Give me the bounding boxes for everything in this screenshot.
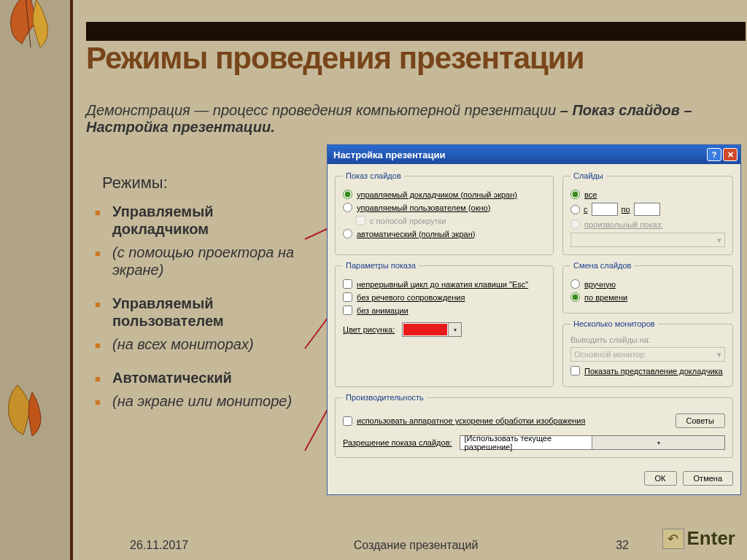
show-options-group: Параметры показа непрерывный цикл до наж… [335, 261, 554, 387]
leaf-decoration-bottom [3, 378, 54, 443]
back-arrow-icon[interactable]: ↶ [662, 529, 684, 549]
to-spinner[interactable] [634, 203, 660, 216]
custom-show-combo: ▾ [570, 233, 725, 247]
check-no-narration[interactable] [343, 292, 352, 302]
monitor-output-label: Выводить слайды на: [570, 335, 725, 344]
slide-subtitle: Демонстрация — процесс проведения компью… [86, 102, 738, 136]
check-loop-esc[interactable] [343, 279, 352, 289]
setup-show-dialog: Настройка презентации ? ✕ Показ слайдов … [327, 144, 741, 495]
monitor-combo: Основной монитор▾ [570, 347, 725, 362]
slide-number: 32 [616, 539, 629, 552]
check-hw-accel[interactable] [343, 416, 352, 426]
show-type-group: Показ слайдов управляемый докладчиком (п… [335, 171, 554, 255]
pen-color-label: Цвет рисунка: [343, 325, 395, 334]
radio-kiosk[interactable] [343, 229, 352, 238]
list-item: Управляемый пользователем [92, 295, 296, 330]
slide-title: Режимы проведения презентации [86, 41, 746, 76]
subtitle-plain: Демонстрация — процесс проведения компью… [86, 102, 556, 118]
resolution-label: Разрешение показа слайдов: [343, 438, 452, 447]
list-item: (с помощью проектора на экране) [92, 244, 296, 279]
list-item: (на экране или мониторе) [92, 392, 296, 410]
list-item: Автоматический [92, 369, 296, 386]
pen-color-picker[interactable]: ▾ [402, 322, 462, 337]
radio-browsed[interactable] [343, 203, 352, 212]
resolution-combo[interactable]: [Использовать текущее разрешение]▾ [460, 435, 725, 450]
performance-group: Производительность использовать аппаратн… [335, 393, 733, 458]
bullet-list: Управляемый докладчиком (с помощью проек… [92, 203, 296, 416]
decorative-side-strip [0, 0, 73, 560]
modes-heading: Режимы: [102, 174, 168, 192]
check-presenter-view[interactable] [570, 366, 580, 376]
check-no-animation[interactable] [343, 306, 352, 315]
enter-label: Enter [687, 527, 735, 550]
monitors-group: Несколько мониторов Выводить слайды на: … [562, 319, 733, 387]
radio-manual[interactable] [570, 279, 580, 289]
list-item: (на всех мониторах) [92, 335, 296, 353]
advance-slides-group: Смена слайдов вручную по времени [562, 261, 733, 314]
title-accent-bar [86, 22, 746, 41]
radio-all-slides[interactable] [570, 190, 580, 199]
radio-timings[interactable] [570, 292, 580, 302]
help-icon[interactable]: ? [707, 148, 721, 161]
radio-from-to[interactable] [570, 205, 580, 214]
tips-button[interactable]: Советы [676, 413, 725, 428]
dialog-titlebar[interactable]: Настройка презентации ? ✕ [328, 145, 740, 164]
footer-title: Создание презентаций [354, 539, 479, 552]
check-scrollbar [356, 216, 365, 225]
ok-button[interactable]: ОК [644, 471, 677, 486]
dialog-title: Настройка презентации [333, 149, 445, 160]
from-spinner[interactable] [592, 203, 618, 216]
leaf-decoration-top [0, 0, 73, 73]
radio-presenter[interactable] [343, 190, 352, 199]
slides-range-group: Слайды все с по произвольный показ: ▾ [562, 171, 733, 255]
cancel-button[interactable]: Отмена [683, 471, 733, 486]
footer-date: 26.11.2017 [130, 539, 188, 552]
close-icon[interactable]: ✕ [723, 148, 738, 161]
enter-navigation[interactable]: ↶ Enter [662, 527, 735, 550]
slide-content-area: Режимы проведения презентации Демонстрац… [86, 0, 746, 560]
radio-custom-show [570, 219, 580, 229]
list-item: Управляемый докладчиком [92, 203, 296, 238]
